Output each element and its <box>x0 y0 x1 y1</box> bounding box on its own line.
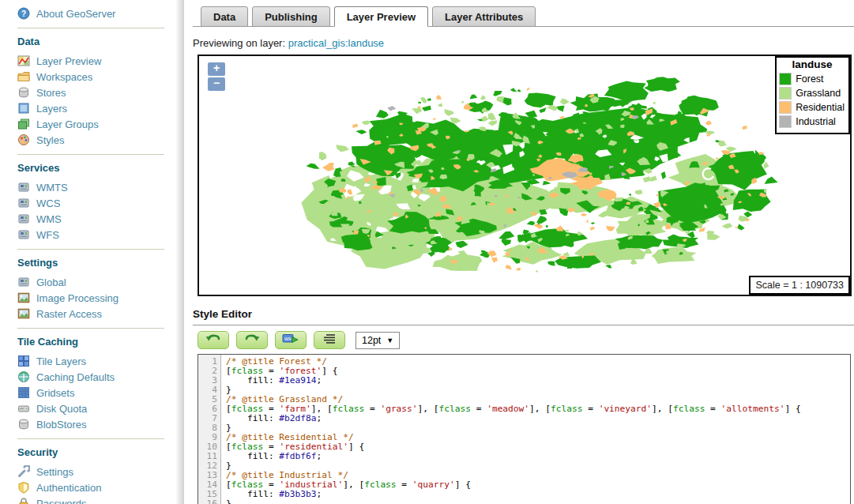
sidebar-item-label[interactable]: Global <box>36 276 66 288</box>
sidebar-item-label[interactable]: Layer Groups <box>36 118 99 130</box>
code-line: fill: #fdbf6f; <box>226 452 850 461</box>
grid2-icon <box>17 355 30 367</box>
legend-swatch <box>780 73 791 85</box>
legend-swatch <box>780 88 791 99</box>
palette-icon <box>17 134 30 146</box>
style-editor-title: Style Editor <box>193 308 854 320</box>
sidebar-item-label[interactable]: Stores <box>36 87 66 99</box>
sidebar-item-label[interactable]: Gridsets <box>36 387 74 399</box>
about-link[interactable]: About GeoServer <box>36 8 115 20</box>
globe-icon <box>17 370 30 383</box>
sidebar-item-label[interactable]: Settings <box>36 466 73 478</box>
svg-text:WM: WM <box>284 336 292 340</box>
tab-layer-attributes[interactable]: Layer Attributes <box>432 6 536 27</box>
sidebar-item-blobstores[interactable]: BlobStores <box>17 417 182 431</box>
sidebar-divider <box>17 28 164 28</box>
sidebar-item-layers[interactable]: Layers <box>17 101 182 115</box>
sidebar-item-about[interactable]: ? About GeoServer <box>17 6 182 21</box>
zoom-in-button[interactable]: + <box>208 62 225 76</box>
legend-entry: Residential <box>780 102 845 113</box>
sidebar-section-title: Services <box>17 162 182 174</box>
map-legend: landuse ForestGrasslandResidentialIndust… <box>775 56 850 134</box>
landuse-map[interactable] <box>199 56 850 295</box>
grid3-icon <box>17 386 30 399</box>
scale-indicator: Scale = 1 : 1090733 <box>749 276 850 295</box>
sidebar-item-layer-preview[interactable]: Layer Preview <box>17 54 182 68</box>
sidebar-item-wms[interactable]: WMS <box>17 212 182 226</box>
sidebar-item-label[interactable]: Layer Preview <box>36 55 101 67</box>
map-preview[interactable]: + − landuse ForestGrasslandResidentialIn… <box>198 55 852 296</box>
sidebar-item-tile-layers[interactable]: Tile Layers <box>17 354 182 368</box>
font-size-select[interactable]: 12pt▼ <box>356 332 400 349</box>
sidebar-divider <box>17 328 164 329</box>
svg-text:?: ? <box>21 9 26 18</box>
sidebar-item-label[interactable]: WMS <box>36 213 62 225</box>
sidebar-item-disk-quota[interactable]: Disk Quota <box>17 401 182 416</box>
sidebar-item-caching-defaults[interactable]: Caching Defaults <box>17 370 182 384</box>
sidebar-item-label[interactable]: WMTS <box>36 182 68 194</box>
code-line: } <box>226 499 850 504</box>
sidebar-item-authentication[interactable]: Authentication <box>17 480 182 495</box>
sidebar-item-stores[interactable]: Stores <box>17 85 182 100</box>
insert-image-icon: WM <box>281 333 300 348</box>
sidebar-item-global[interactable]: Global <box>17 275 182 289</box>
shield-icon <box>17 481 30 494</box>
sidebar-item-passwords[interactable]: Passwords <box>17 496 182 504</box>
layer-link[interactable]: practical_gis:landuse <box>288 37 384 49</box>
server-icon <box>17 197 30 209</box>
sidebar-item-label[interactable]: WCS <box>36 197 60 209</box>
legend-label: Forest <box>796 73 823 85</box>
code-editor[interactable]: 1234567891011121314151617 /* @title Fore… <box>198 354 851 504</box>
sidebar-divider <box>17 438 164 439</box>
sidebar-section-title: Tile Caching <box>17 336 182 348</box>
sidebar-item-settings[interactable]: Settings <box>17 465 182 479</box>
sidebar-item-workspaces[interactable]: Workspaces <box>17 70 182 84</box>
sidebar-item-gridsets[interactable]: Gridsets <box>17 386 182 400</box>
sidebar-item-wfs[interactable]: WFS <box>17 228 182 242</box>
code-area[interactable]: /* @title Forest */[fclass = 'forest'] {… <box>221 355 850 504</box>
code-line: fill: #1ea914; <box>226 376 850 386</box>
sidebar-item-wmts[interactable]: WMTS <box>17 180 182 194</box>
sidebar-item-label[interactable]: Authentication <box>36 482 101 494</box>
insert-image-button[interactable]: WM <box>275 331 307 349</box>
sidebar-item-styles[interactable]: Styles <box>17 133 182 147</box>
sidebar-item-label[interactable]: Passwords <box>36 498 87 504</box>
sidebar-item-wcs[interactable]: WCS <box>17 196 182 210</box>
sidebar-item-layer-groups[interactable]: Layer Groups <box>17 117 182 131</box>
reformat-button[interactable] <box>314 331 345 349</box>
sidebar-item-label[interactable]: WFS <box>36 229 59 241</box>
sidebar-item-label[interactable]: Tile Layers <box>36 355 86 367</box>
sidebar-item-label[interactable]: Layers <box>36 103 67 115</box>
undo-icon <box>204 333 223 348</box>
server-icon <box>17 276 30 288</box>
tab-layer-preview[interactable]: Layer Preview <box>334 6 428 27</box>
redo-button[interactable] <box>236 331 268 349</box>
legend-label: Grassland <box>796 88 841 99</box>
layer-groups-icon <box>17 118 30 130</box>
tab-publishing[interactable]: Publishing <box>252 6 329 27</box>
sidebar-item-label[interactable]: BlobStores <box>36 419 87 431</box>
sidebar-item-label[interactable]: Image Processing <box>36 292 119 304</box>
drive-icon <box>17 402 30 415</box>
sidebar-item-label[interactable]: Raster Access <box>36 308 102 320</box>
sidebar-item-label[interactable]: Caching Defaults <box>36 371 115 383</box>
sidebar-item-raster-access[interactable]: Raster Access <box>17 307 182 321</box>
style-editor-rule <box>193 325 854 325</box>
code-line: fill: #b3b3b3; <box>226 490 850 499</box>
legend-entry: Industrial <box>780 116 845 127</box>
sidebar-item-label[interactable]: Disk Quota <box>36 403 87 415</box>
font-size-value: 12pt <box>362 335 381 346</box>
sidebar-item-label[interactable]: Styles <box>36 134 64 146</box>
sidebar-item-image-processing[interactable]: Image Processing <box>17 291 182 305</box>
sidebar-item-label[interactable]: Workspaces <box>36 71 92 83</box>
tab-data[interactable]: Data <box>201 6 248 27</box>
legend-swatch <box>780 102 791 113</box>
wrench-icon <box>17 465 30 478</box>
sidebar-divider <box>17 154 164 155</box>
chevron-down-icon: ▼ <box>386 337 393 344</box>
zoom-out-button[interactable]: − <box>208 77 225 91</box>
folder-icon <box>17 70 30 83</box>
line-number: 16 <box>198 499 220 504</box>
legend-swatch <box>780 116 791 127</box>
undo-button[interactable] <box>198 331 229 349</box>
